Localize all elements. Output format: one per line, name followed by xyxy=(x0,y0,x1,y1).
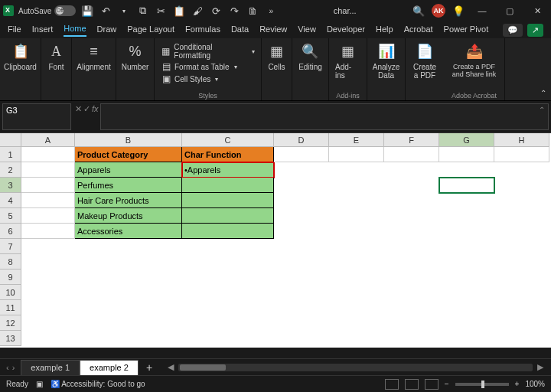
tab-insert[interactable]: Insert xyxy=(32,24,54,36)
worksheet-grid[interactable]: A B C D E F G H 1 2 3 4 5 6 7 8 9 10 11 … xyxy=(0,133,551,348)
scrollbar-thumb[interactable] xyxy=(180,364,226,371)
new-file-icon[interactable]: 🗎 xyxy=(246,4,259,18)
redo-icon[interactable]: ↷ xyxy=(227,4,241,18)
tab-view[interactable]: View xyxy=(298,24,316,36)
create-pdf-button[interactable]: 📄Create a PDF xyxy=(412,41,438,80)
cell-b4[interactable]: Hair Care Products xyxy=(75,193,182,208)
row-header-1[interactable]: 1 xyxy=(0,147,21,162)
cell-g1[interactable] xyxy=(439,147,494,162)
collapse-ribbon-icon[interactable]: ⌃ xyxy=(540,89,546,97)
cell-c2[interactable]: •Apparels xyxy=(182,162,274,178)
row-header-11[interactable]: 11 xyxy=(0,300,21,315)
save-icon[interactable]: 💾 xyxy=(80,4,94,18)
zoom-level[interactable]: 100% xyxy=(525,380,545,388)
normal-view-icon[interactable] xyxy=(385,379,399,390)
format-painter-icon[interactable]: 🖌 xyxy=(191,4,204,18)
cut-icon[interactable]: ✂ xyxy=(154,4,168,18)
col-header-d[interactable]: D xyxy=(274,133,329,147)
cell-a1[interactable] xyxy=(21,147,75,162)
tab-review[interactable]: Review xyxy=(259,24,287,36)
zoom-slider[interactable] xyxy=(455,383,509,386)
zoom-in-icon[interactable]: + xyxy=(515,380,520,388)
cell-a6[interactable] xyxy=(21,224,75,239)
number-button[interactable]: %Number xyxy=(122,41,149,71)
cell-f1[interactable] xyxy=(384,147,439,162)
tab-developer[interactable]: Developer xyxy=(327,24,365,36)
enter-formula-icon[interactable]: ✓ xyxy=(83,104,90,114)
col-header-b[interactable]: B xyxy=(75,133,182,147)
cell-d1[interactable] xyxy=(274,147,329,162)
row-header-3[interactable]: 3 xyxy=(0,178,21,193)
cell-a3[interactable] xyxy=(21,178,75,193)
share-pdf-button[interactable]: 📤Create a PDF and Share link xyxy=(450,41,498,78)
autosave-toggle[interactable]: AutoSave Off xyxy=(18,5,76,16)
tab-data[interactable]: Data xyxy=(231,24,249,36)
cell-b1[interactable]: Product Category xyxy=(75,147,182,162)
cell-a5[interactable] xyxy=(21,208,75,224)
cell-h1[interactable] xyxy=(494,147,549,162)
col-header-a[interactable]: A xyxy=(21,133,75,147)
cell-g3-selected[interactable] xyxy=(439,178,494,193)
scroll-left-icon[interactable]: ◀ xyxy=(168,362,174,372)
cancel-formula-icon[interactable]: ✕ xyxy=(75,104,82,114)
row-header-6[interactable]: 6 xyxy=(0,224,21,239)
add-sheet-button[interactable]: + xyxy=(139,361,160,374)
col-header-g[interactable]: G xyxy=(439,133,494,147)
tab-power-pivot[interactable]: Power Pivot xyxy=(444,24,489,36)
cell-b5[interactable]: Makeup Products xyxy=(75,208,182,224)
row-header-8[interactable]: 8 xyxy=(0,254,21,270)
row-header-12[interactable]: 12 xyxy=(0,315,21,331)
col-header-e[interactable]: E xyxy=(329,133,384,147)
comments-button[interactable]: 💬 xyxy=(503,24,523,37)
format-as-table-button[interactable]: ▤Format as Table▾ xyxy=(161,61,255,72)
tab-file[interactable]: File xyxy=(8,24,21,36)
undo-dropdown-icon[interactable]: ▾ xyxy=(117,4,131,18)
col-header-f[interactable]: F xyxy=(384,133,439,147)
row-header-2[interactable]: 2 xyxy=(0,162,21,178)
paste-icon[interactable]: 📋 xyxy=(172,4,186,18)
page-break-view-icon[interactable] xyxy=(425,379,439,390)
cell-a2[interactable] xyxy=(21,162,75,178)
close-icon[interactable]: ✕ xyxy=(527,0,548,21)
sheet-prev-icon[interactable]: ‹ xyxy=(6,363,9,372)
conditional-formatting-button[interactable]: ▦Conditional Formatting▾ xyxy=(161,43,255,60)
row-header-7[interactable]: 7 xyxy=(0,239,21,254)
horizontal-scrollbar[interactable] xyxy=(178,364,533,371)
tab-formulas[interactable]: Formulas xyxy=(185,24,220,36)
clipboard-button[interactable]: 📋Clipboard xyxy=(4,41,37,71)
sheet-tab-example2[interactable]: example 2 xyxy=(80,360,139,375)
addins-button[interactable]: ▦Add-ins xyxy=(335,41,360,80)
undo-icon[interactable]: ↶ xyxy=(99,4,112,18)
scroll-right-icon[interactable]: ▶ xyxy=(537,362,543,372)
tab-acrobat[interactable]: Acrobat xyxy=(404,24,433,36)
cell-b2[interactable]: Apparels xyxy=(75,162,182,178)
search-icon[interactable]: 🔍 xyxy=(412,4,425,18)
more-icon[interactable]: » xyxy=(264,4,278,18)
cell-c5[interactable] xyxy=(182,208,274,224)
row-header-13[interactable]: 13 xyxy=(0,331,21,346)
formula-bar[interactable]: ⌃ xyxy=(100,103,549,130)
select-all-corner[interactable] xyxy=(0,133,21,147)
tab-draw[interactable]: Draw xyxy=(97,24,117,36)
zoom-out-icon[interactable]: − xyxy=(445,380,449,388)
cell-a4[interactable] xyxy=(21,193,75,208)
share-button[interactable]: ↗ xyxy=(527,24,543,37)
cell-b6[interactable]: Accessories xyxy=(75,224,182,239)
editing-button[interactable]: 🔍Editing xyxy=(298,41,322,71)
copy-icon[interactable]: ⧉ xyxy=(135,4,149,18)
cell-styles-button[interactable]: ▣Cell Styles▾ xyxy=(161,74,255,84)
fx-icon[interactable]: fx xyxy=(92,104,99,113)
accessibility-status[interactable]: ♿ Accessibility: Good to go xyxy=(51,380,145,388)
macro-record-icon[interactable]: ▣ xyxy=(36,380,43,388)
analyze-data-button[interactable]: 📊Analyze Data xyxy=(373,41,400,80)
refresh-icon[interactable]: ⟳ xyxy=(209,4,223,18)
row-header-9[interactable]: 9 xyxy=(0,270,21,285)
cell-c4[interactable] xyxy=(182,193,274,208)
name-box[interactable]: G3 xyxy=(2,103,71,130)
col-header-h[interactable]: H xyxy=(494,133,549,147)
font-button[interactable]: AFont xyxy=(47,41,67,71)
page-layout-view-icon[interactable] xyxy=(405,379,419,390)
alignment-button[interactable]: ≡Alignment xyxy=(77,41,110,71)
maximize-icon[interactable]: ▢ xyxy=(499,0,520,21)
cell-e1[interactable] xyxy=(329,147,384,162)
